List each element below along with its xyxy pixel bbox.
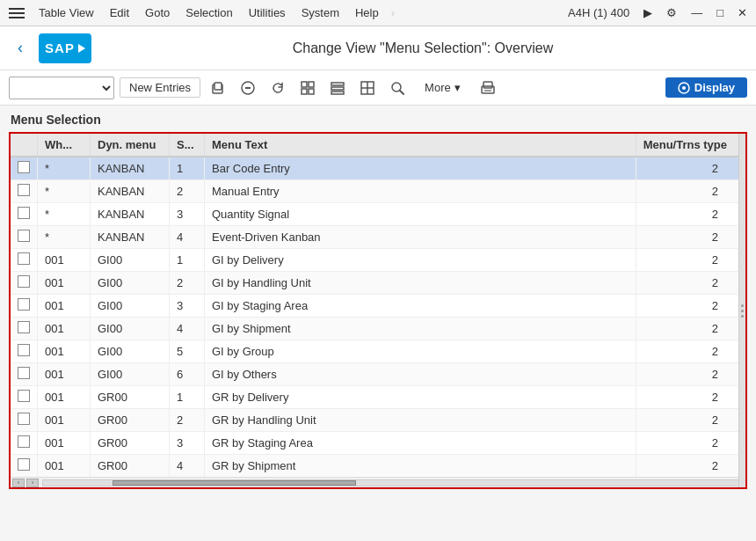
- row-checkbox[interactable]: [18, 458, 30, 471]
- row-checkbox-cell[interactable]: [11, 180, 38, 203]
- table-row[interactable]: 001GI006GI by Others2: [11, 363, 745, 386]
- table-row[interactable]: 001GR001GR by Delivery2: [11, 386, 745, 409]
- scroll-left-arrow[interactable]: ‹: [12, 479, 25, 487]
- scroll-thumb[interactable]: [113, 480, 356, 486]
- maximize-btn[interactable]: □: [711, 3, 729, 23]
- menu-tableview[interactable]: Table View: [32, 3, 101, 23]
- row-checkbox[interactable]: [18, 207, 30, 219]
- refresh-icon-btn[interactable]: [265, 76, 290, 100]
- table-row[interactable]: 001GI003GI by Staging Area2: [11, 295, 745, 318]
- row-checkbox-cell[interactable]: [11, 249, 38, 272]
- data-table: Wh... Dyn. menu S... Menu Text Menu/Trns…: [11, 134, 745, 477]
- row-dyn-menu: GI00: [91, 272, 170, 295]
- table-row[interactable]: 001GI001GI by Delivery2: [11, 249, 745, 272]
- system-info: A4H (1) 400: [563, 3, 635, 23]
- table-header-row: Wh... Dyn. menu S... Menu Text Menu/Trns…: [11, 134, 745, 157]
- content-area: Menu Selection Wh... Dyn. menu S... Menu…: [0, 106, 756, 541]
- menu-selection[interactable]: Selection: [178, 3, 239, 23]
- row-checkbox-cell[interactable]: [11, 272, 38, 295]
- back-button[interactable]: ‹: [11, 35, 30, 61]
- row-checkbox[interactable]: [18, 321, 30, 333]
- search-icon-btn[interactable]: [385, 76, 410, 100]
- row-checkbox-cell[interactable]: [11, 432, 38, 455]
- row-wh: 001: [38, 386, 91, 409]
- settings-icon[interactable]: ⚙: [661, 3, 682, 23]
- row-checkbox[interactable]: [18, 367, 30, 379]
- col-header-s[interactable]: S...: [170, 134, 205, 157]
- row-checkbox[interactable]: [18, 413, 30, 425]
- row-checkbox[interactable]: [18, 298, 30, 311]
- table-row[interactable]: 001GI005GI by Group2: [11, 340, 745, 363]
- toolbar-dropdown[interactable]: [9, 77, 114, 99]
- minimize-btn[interactable]: —: [686, 3, 708, 23]
- col-header-type[interactable]: Menu/Trns type: [636, 134, 745, 157]
- row-checkbox-cell[interactable]: [11, 318, 38, 340]
- table-row[interactable]: 001GI004GI by Shipment2: [11, 318, 745, 340]
- menu-system[interactable]: System: [294, 3, 346, 23]
- play-icon[interactable]: ▶: [638, 3, 658, 23]
- col-header-dyn[interactable]: Dyn. menu: [91, 134, 170, 157]
- delete-icon-btn[interactable]: [236, 76, 260, 100]
- row-wh: 001: [38, 295, 91, 318]
- sap-logo: SAP: [39, 33, 91, 63]
- row-checkbox-cell[interactable]: [11, 157, 38, 180]
- row-type: 2: [636, 203, 745, 226]
- row-wh: 001: [38, 249, 91, 272]
- more-button[interactable]: More ▾: [415, 77, 470, 98]
- row-checkbox[interactable]: [18, 161, 30, 173]
- hamburger-menu[interactable]: [4, 4, 30, 22]
- col-header-check: [11, 134, 38, 157]
- row-type: 2: [636, 272, 745, 295]
- col-header-wh[interactable]: Wh...: [38, 134, 91, 157]
- layout3-icon-btn[interactable]: [355, 76, 380, 100]
- row-checkbox-cell[interactable]: [11, 363, 38, 386]
- row-wh: 001: [38, 432, 91, 455]
- close-btn[interactable]: ✕: [732, 3, 752, 23]
- row-checkbox-cell[interactable]: [11, 226, 38, 249]
- row-checkbox[interactable]: [18, 435, 30, 448]
- table-row[interactable]: *KANBAN4Event-Driven Kanban2: [11, 226, 745, 249]
- row-checkbox-cell[interactable]: [11, 455, 38, 478]
- print-icon-btn[interactable]: [476, 76, 500, 100]
- svg-line-15: [400, 91, 403, 94]
- scroll-left[interactable]: ‹ ›: [12, 479, 39, 487]
- menu-goto[interactable]: Goto: [138, 3, 177, 23]
- scroll-track[interactable]: [42, 479, 740, 486]
- layout2-icon-btn[interactable]: [325, 76, 350, 100]
- svg-rect-10: [331, 91, 344, 94]
- horizontal-scrollbar[interactable]: ‹ ›: [11, 477, 745, 487]
- table-row[interactable]: 001GR002GR by Handling Unit2: [11, 409, 745, 432]
- row-checkbox[interactable]: [18, 230, 30, 242]
- row-checkbox-cell[interactable]: [11, 340, 38, 363]
- row-s: 3: [170, 295, 205, 318]
- row-menu-text: GI by Handling Unit: [205, 272, 636, 295]
- row-checkbox[interactable]: [18, 252, 30, 265]
- table-row[interactable]: *KANBAN2Manual Entry2: [11, 180, 745, 203]
- resize-handle[interactable]: [738, 134, 745, 487]
- menu-help[interactable]: Help: [348, 3, 386, 23]
- new-entries-button[interactable]: New Entries: [120, 77, 200, 98]
- table-row[interactable]: 001GR004GR by Shipment2: [11, 455, 745, 478]
- menu-bar: Table View Edit Goto Selection Utilities…: [0, 0, 756, 26]
- table-row[interactable]: 001GR003GR by Staging Area2: [11, 432, 745, 455]
- row-checkbox[interactable]: [18, 390, 30, 402]
- table-row[interactable]: *KANBAN1Bar Code Entry2: [11, 157, 745, 180]
- row-checkbox-cell[interactable]: [11, 386, 38, 409]
- menu-edit[interactable]: Edit: [103, 3, 136, 23]
- row-checkbox[interactable]: [18, 275, 30, 288]
- table-row[interactable]: 001GI002GI by Handling Unit2: [11, 272, 745, 295]
- row-checkbox-cell[interactable]: [11, 203, 38, 226]
- scroll-right-arrow[interactable]: ›: [26, 479, 39, 487]
- row-checkbox[interactable]: [18, 344, 30, 356]
- display-button[interactable]: Display: [665, 77, 747, 98]
- row-checkbox-cell[interactable]: [11, 409, 38, 432]
- col-header-menutext[interactable]: Menu Text: [205, 134, 636, 157]
- copy-icon-btn[interactable]: [206, 76, 230, 100]
- table-wrapper[interactable]: Wh... Dyn. menu S... Menu Text Menu/Trns…: [11, 134, 745, 477]
- row-wh: *: [38, 226, 91, 249]
- menu-utilities[interactable]: Utilities: [242, 3, 293, 23]
- row-checkbox-cell[interactable]: [11, 295, 38, 318]
- row-checkbox[interactable]: [18, 184, 30, 196]
- layout1-icon-btn[interactable]: [295, 76, 320, 100]
- table-row[interactable]: *KANBAN3Quantity Signal2: [11, 203, 745, 226]
